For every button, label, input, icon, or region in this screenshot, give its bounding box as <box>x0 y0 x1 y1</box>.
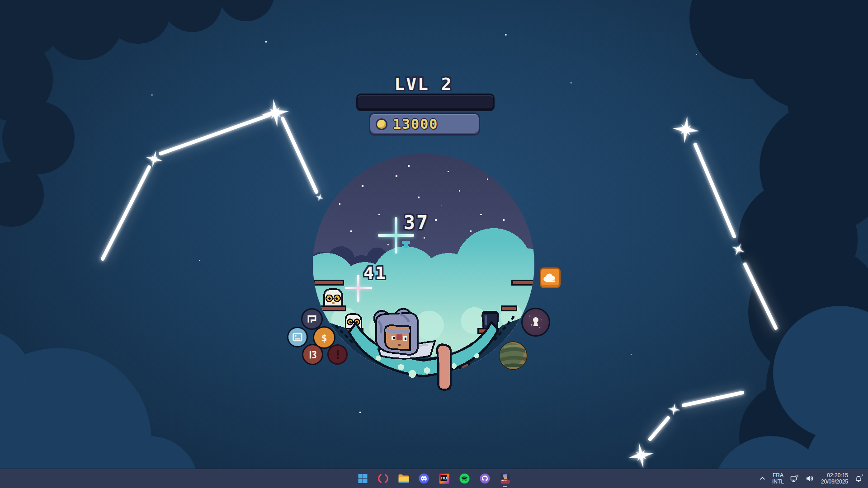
pixel-pet-app-button[interactable] <box>500 473 511 484</box>
keyhole-icon <box>526 312 546 332</box>
folder-icon <box>398 474 409 483</box>
light-cloud-bottom-left <box>0 330 199 488</box>
opera-gx-icon <box>378 473 389 484</box>
system-tray: FRA INTL 02:20:15 20/09/2025 <box>759 469 863 488</box>
github-desktop-button[interactable] <box>479 473 491 484</box>
exclamation-icon <box>333 349 343 361</box>
xp-progress-bar <box>356 94 495 111</box>
discord-button[interactable] <box>418 473 430 484</box>
photo-frame-icon <box>292 332 303 343</box>
tray-date: 20/09/2025 <box>821 479 848 485</box>
rider-icon: RD <box>439 474 449 484</box>
network-icon[interactable] <box>790 474 799 483</box>
volume-icon[interactable] <box>806 474 815 483</box>
level-label: LVL 2 <box>394 74 453 94</box>
svg-text:RD: RD <box>441 475 447 480</box>
pixel-pet-app-icon <box>500 473 510 484</box>
photo-button[interactable] <box>287 327 308 347</box>
rider-button[interactable]: RD <box>439 473 450 484</box>
svg-text:z: z <box>862 474 863 476</box>
constellation-left <box>103 97 325 259</box>
night-button[interactable] <box>521 308 550 337</box>
coin-count: 13000 <box>393 116 438 132</box>
alert-button[interactable] <box>327 344 348 365</box>
planet-icon[interactable] <box>498 340 528 371</box>
github-icon <box>480 473 491 484</box>
sparkle-cursor <box>345 275 372 302</box>
language-indicator[interactable]: FRA INTL <box>772 472 784 485</box>
tray-time: 02:20:15 <box>821 472 848 479</box>
clock[interactable]: 02:20:15 20/09/2025 <box>821 472 848 485</box>
desktop-screen: LVL 2 13000 37 41 $ <box>0 0 868 488</box>
flag-icon <box>306 314 318 324</box>
windows-start-icon <box>358 474 368 483</box>
falling-block-icon <box>402 241 410 248</box>
start-button[interactable] <box>357 473 369 484</box>
spotify-button[interactable] <box>459 473 471 484</box>
active-app-indicator <box>503 486 507 487</box>
taskbar-icons: RD <box>357 469 511 488</box>
coin-icon <box>376 118 387 130</box>
sparkle-cursor <box>378 217 414 253</box>
opera-gx-button[interactable] <box>377 473 389 484</box>
cloud-icon <box>543 273 557 283</box>
tray-chevron-icon[interactable] <box>759 475 766 482</box>
book-icon <box>307 349 319 361</box>
discord-icon <box>419 473 429 484</box>
book-button[interactable] <box>302 344 323 365</box>
weather-button[interactable] <box>540 267 561 288</box>
notification-bell-sleep-icon[interactable]: z z <box>854 474 863 483</box>
taskbar: RD <box>0 469 868 488</box>
coin-counter: 13000 <box>369 113 480 136</box>
owl-icon[interactable] <box>324 289 342 306</box>
file-explorer-button[interactable] <box>398 473 410 484</box>
spotify-icon <box>459 473 470 484</box>
dollar-icon: $ <box>317 331 331 344</box>
svg-text:$: $ <box>321 332 327 343</box>
